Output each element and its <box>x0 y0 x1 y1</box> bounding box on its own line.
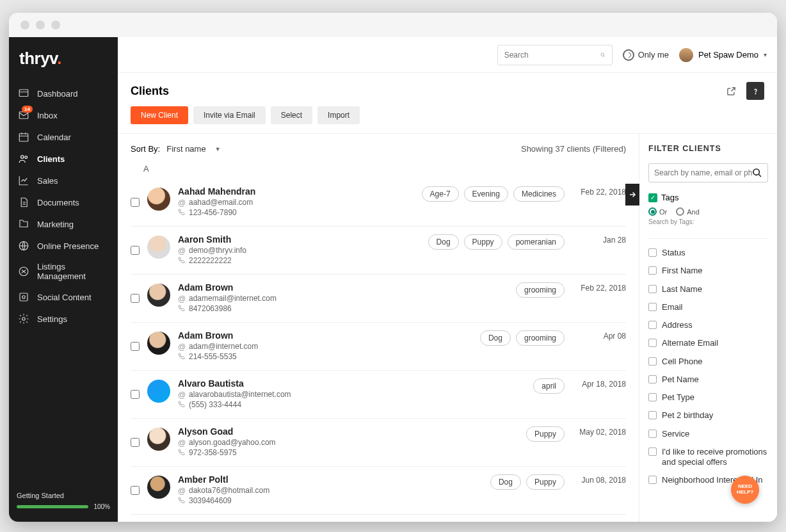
sidebar-item-online-presence[interactable]: Online Presence <box>9 235 118 257</box>
filter-search-input[interactable] <box>654 168 752 177</box>
client-tag[interactable]: Puppy <box>464 234 502 250</box>
brand-logo: thryv. <box>9 37 118 83</box>
client-checkbox[interactable] <box>131 198 140 207</box>
sidebar-item-listings-management[interactable]: Listings Management <box>9 257 118 286</box>
sidebar-item-settings[interactable]: Settings <box>9 308 118 330</box>
filter-option-label: Address <box>662 320 693 330</box>
client-tag[interactable]: pomeranian <box>508 234 565 250</box>
filter-tags-or-radio[interactable]: Or <box>648 207 667 216</box>
sidebar-item-marketing[interactable]: Marketing <box>9 213 118 235</box>
nav-icon <box>18 266 29 277</box>
sidebar-item-clients[interactable]: Clients <box>9 148 118 170</box>
filter-option-label: Service <box>662 429 689 439</box>
sidebar-item-inbox[interactable]: Inbox14 <box>9 104 118 126</box>
client-row[interactable]: Alvaro Bautista@alavarobautista@internet… <box>131 371 626 419</box>
client-email: @alavarobautista@internet.com <box>178 390 525 399</box>
client-checkbox[interactable] <box>131 438 140 447</box>
user-menu[interactable]: Pet Spaw Demo ▾ <box>679 48 767 62</box>
filter-title: FILTER CLIENTS <box>648 144 768 153</box>
svg-point-16 <box>601 53 604 56</box>
client-row[interactable]: Adam Brown@adamemail@internet.com8472063… <box>131 275 626 323</box>
sidebar-item-documents[interactable]: Documents <box>9 191 118 213</box>
need-help-button[interactable]: NEED HELP? <box>731 476 759 504</box>
help-button[interactable] <box>746 82 764 100</box>
nav-icon <box>18 88 29 99</box>
sidebar-item-label: Dashboard <box>37 89 78 99</box>
client-checkbox[interactable] <box>131 486 140 495</box>
client-tag[interactable]: Puppy <box>526 426 565 442</box>
progress-label: Getting Started <box>17 492 110 499</box>
filter-search[interactable] <box>648 163 768 182</box>
filter-option[interactable]: Cell Phone <box>648 357 768 367</box>
svg-rect-13 <box>20 293 28 301</box>
share-button[interactable] <box>722 82 740 100</box>
client-row[interactable]: Amber Poltl@dakota76@hotmail.com30394646… <box>131 467 626 515</box>
only-me-toggle[interactable]: Only me <box>623 49 669 61</box>
nav-icon <box>18 240 29 252</box>
client-row[interactable]: Adam Brown@adam@internet.com214-555-5535… <box>131 323 626 371</box>
sidebar-item-dashboard[interactable]: Dashboard <box>9 83 118 104</box>
filter-option[interactable]: Pet Name <box>648 375 768 385</box>
import-button[interactable]: Import <box>317 106 360 124</box>
search-icon <box>752 168 762 178</box>
client-tag[interactable]: grooming <box>516 282 565 298</box>
client-row[interactable]: Aahad Mahendran@aahad@email.com123-456-7… <box>131 179 626 227</box>
sidebar-item-label: Documents <box>37 198 79 207</box>
client-row[interactable]: Alyson Goad@alyson.goad@yahoo.com972-358… <box>131 419 626 467</box>
client-phone: 972-358-5975 <box>178 448 518 457</box>
getting-started-progress[interactable]: Getting Started 100% <box>9 484 118 522</box>
nav-icon <box>18 175 29 186</box>
filter-option[interactable]: Address <box>648 320 768 330</box>
new-client-button[interactable]: New Client <box>131 106 188 124</box>
filter-option-label: Alternate Email <box>662 338 718 348</box>
at-icon: @ <box>178 294 186 302</box>
client-date: Apr 08 <box>572 330 626 341</box>
filter-option[interactable]: Pet 2 birthday <box>648 410 768 421</box>
sidebar-item-calendar[interactable]: Calendar <box>9 126 118 148</box>
client-checkbox[interactable] <box>131 390 140 399</box>
client-tag[interactable]: Puppy <box>526 474 565 490</box>
client-tag[interactable]: april <box>533 378 565 394</box>
client-checkbox[interactable] <box>131 342 140 351</box>
sidebar-item-label: Settings <box>37 314 67 324</box>
client-tag[interactable]: Dog <box>490 474 521 490</box>
progress-bar <box>17 505 88 508</box>
filter-option[interactable]: Service <box>648 429 768 439</box>
client-checkbox[interactable] <box>131 294 140 303</box>
filter-tags-checkbox[interactable]: ✓ Tags <box>648 193 768 202</box>
filter-option[interactable]: Email <box>648 302 768 312</box>
select-button[interactable]: Select <box>271 106 312 124</box>
client-tag[interactable]: Dog <box>480 330 511 346</box>
filter-option[interactable]: Alternate Email <box>648 338 768 348</box>
client-tags: Puppy <box>526 426 565 442</box>
client-row[interactable]: Aaron Smith@demo@thryv.info2222222222Dog… <box>131 227 626 275</box>
filter-option[interactable]: I'd like to receive promotions and speci… <box>648 447 768 468</box>
global-search-input[interactable] <box>504 51 600 60</box>
filter-option-label: Cell Phone <box>662 357 703 367</box>
collapse-filter-handle[interactable] <box>625 184 639 206</box>
global-search[interactable] <box>497 45 613 65</box>
action-row: New Client Invite via Email Select Impor… <box>131 106 764 124</box>
filter-option[interactable]: First Name <box>648 266 768 276</box>
client-tag[interactable]: Evening <box>464 186 508 202</box>
client-phone: (555) 333-4444 <box>178 400 525 409</box>
sidebar-item-label: Online Presence <box>37 241 99 251</box>
sidebar-item-sales[interactable]: Sales <box>9 170 118 191</box>
filter-option[interactable]: Status <box>648 248 768 258</box>
client-tag[interactable]: Medicines <box>513 186 565 202</box>
sort-select[interactable]: First name ▼ <box>166 144 220 154</box>
client-checkbox[interactable] <box>131 246 140 255</box>
client-tag[interactable]: grooming <box>516 330 565 346</box>
invite-via-email-button[interactable]: Invite via Email <box>193 106 266 124</box>
client-tag[interactable]: Age-7 <box>422 186 459 202</box>
sidebar-item-social-content[interactable]: Social Content <box>9 286 118 308</box>
filter-option[interactable]: Last Name <box>648 284 768 294</box>
filter-tags-and-radio[interactable]: And <box>676 207 700 216</box>
client-tags: Doggrooming <box>480 330 565 346</box>
client-list[interactable]: AAahad Mahendran@aahad@email.com123-456-… <box>118 160 639 522</box>
client-row[interactable]: Amber AndersonrepairFeb 22, 2018 <box>131 515 626 522</box>
traffic-light <box>36 20 45 29</box>
client-tag[interactable]: Dog <box>428 234 459 250</box>
client-name: Alyson Goad <box>178 426 518 437</box>
filter-option[interactable]: Pet Type <box>648 392 768 403</box>
